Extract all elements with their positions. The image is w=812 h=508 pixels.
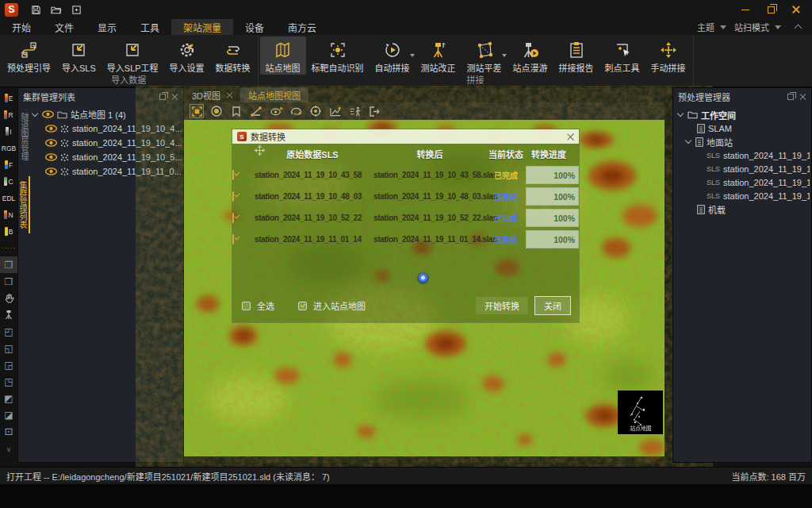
- view-front-button[interactable]: [0, 356, 17, 373]
- station-row[interactable]: station_2024_11_19_10_4...: [31, 121, 182, 136]
- station-view-tool[interactable]: [0, 306, 17, 323]
- station-map-thumbnail[interactable]: 站点地图: [618, 391, 663, 434]
- station-roam-button[interactable]: 站点漫游: [508, 37, 553, 75]
- select-all-checkbox[interactable]: [242, 302, 251, 310]
- restore-button[interactable]: [760, 2, 782, 17]
- map-compass-icon[interactable]: [418, 273, 428, 283]
- box-select-tool[interactable]: [0, 256, 17, 273]
- menu-tab-start[interactable]: 开始: [0, 19, 43, 35]
- sls-station-row[interactable]: SLS station_2024_11_19_10_43_...: [676, 148, 810, 162]
- view-bottom-button[interactable]: [0, 340, 17, 356]
- walkthrough-icon[interactable]: [348, 104, 362, 118]
- normal-color-button[interactable]: N: [0, 206, 17, 223]
- menu-tab-file[interactable]: 文件: [43, 19, 86, 35]
- intensity-color-button[interactable]: I: [0, 123, 17, 140]
- save-icon[interactable]: [31, 5, 41, 15]
- scan-mode-dropdown[interactable]: 站扫模式: [734, 21, 769, 33]
- zoom-fit-button[interactable]: [0, 423, 17, 440]
- station-adjust-button[interactable]: 测站平差: [462, 37, 508, 75]
- convert-row[interactable]: station_2024_11_19_10_52_22 station_2024…: [232, 207, 579, 229]
- stitch-report-button[interactable]: 拼接报告: [553, 37, 599, 75]
- tab-3d-view[interactable]: 3D视图: [184, 87, 240, 102]
- row-checkbox[interactable]: [232, 234, 234, 244]
- start-convert-button[interactable]: 开始转换: [476, 297, 528, 314]
- menu-tab-south-cloud[interactable]: 南方云: [276, 19, 328, 35]
- edl-button[interactable]: EDL: [0, 190, 17, 206]
- toolbar-more-button[interactable]: [0, 440, 17, 456]
- close-dialog-button[interactable]: 关闭: [534, 296, 571, 315]
- eye-icon[interactable]: [45, 167, 57, 175]
- pan-tool[interactable]: [0, 290, 17, 306]
- manual-stitch-button[interactable]: 手动拼接: [645, 37, 691, 75]
- convert-row[interactable]: station_2024_11_19_10_48_03 station_2024…: [232, 186, 579, 207]
- chevron-down-icon[interactable]: [410, 54, 415, 57]
- polyline-plus-icon[interactable]: [328, 104, 343, 118]
- tab-tunnel-layers[interactable]: 隧道图层管理: [18, 108, 30, 165]
- station-map-button[interactable]: 站点地图: [260, 37, 306, 75]
- view-top-button[interactable]: [0, 323, 17, 340]
- exit-view-icon[interactable]: [368, 104, 382, 118]
- view-left-button[interactable]: [0, 390, 17, 406]
- open-folder-icon[interactable]: [51, 5, 62, 15]
- caret-down-icon[interactable]: [677, 110, 684, 117]
- target-auto-detect-button[interactable]: 标靶自动识别: [306, 37, 370, 75]
- auto-stitch-button[interactable]: 自动拼接: [370, 37, 416, 75]
- enter-map-checkbox[interactable]: [298, 302, 307, 310]
- bookmark-icon[interactable]: [229, 104, 243, 118]
- close-tab-icon[interactable]: [226, 92, 232, 98]
- convert-row[interactable]: station_2024_11_19_10_43_58 station_2024…: [232, 164, 579, 186]
- view-right-button[interactable]: [0, 406, 17, 423]
- float-panel-icon[interactable]: [787, 94, 794, 100]
- sls-station-row[interactable]: SLS station_2024_11_19_11_01_...: [676, 189, 810, 202]
- import-settings-button[interactable]: 导入设置: [164, 37, 210, 75]
- collapse-ribbon-icon[interactable]: [795, 25, 802, 33]
- row-checkbox[interactable]: [232, 213, 234, 223]
- close-button[interactable]: [785, 2, 807, 17]
- row-checkbox[interactable]: [232, 170, 234, 180]
- new-file-icon[interactable]: [71, 5, 82, 15]
- eye-icon[interactable]: [45, 125, 57, 133]
- menu-tab-station-survey[interactable]: 架站测量: [171, 19, 233, 35]
- data-convert-button[interactable]: 数据转换: [210, 37, 256, 75]
- classification-color-button[interactable]: C: [0, 173, 17, 190]
- menu-tab-device[interactable]: 设备: [233, 19, 276, 35]
- slam-row[interactable]: SLAM: [676, 121, 810, 135]
- close-panel-icon[interactable]: [799, 93, 806, 100]
- sls-station-row[interactable]: SLS station_2024_11_19_10_52_...: [676, 175, 810, 189]
- sls-station-row[interactable]: SLS station_2024_11_19_10_48_...: [676, 162, 810, 175]
- blend-color-button[interactable]: B: [0, 223, 17, 240]
- eye-icon[interactable]: [42, 110, 54, 118]
- view-back-button[interactable]: [0, 373, 17, 390]
- station-row[interactable]: station_2024_11_19_10_5...: [31, 150, 182, 164]
- minimize-button[interactable]: [734, 2, 756, 17]
- box-clip-tool[interactable]: [0, 273, 17, 290]
- station-correct-button[interactable]: 测站改正: [416, 37, 462, 75]
- dialog-titlebar[interactable]: S 数据转换: [232, 129, 579, 144]
- chevron-down-icon[interactable]: [502, 54, 507, 57]
- workspace-row[interactable]: 工作空间: [676, 108, 810, 121]
- airborne-row[interactable]: 机载: [676, 202, 810, 216]
- caret-down-icon[interactable]: [685, 137, 691, 144]
- float-panel-icon[interactable]: [159, 94, 166, 100]
- preprocess-guide-button[interactable]: 预处理引导: [2, 37, 56, 75]
- dialog-close-icon[interactable]: [567, 133, 574, 140]
- eye-icon[interactable]: [45, 139, 57, 147]
- station-row[interactable]: station_2024_11_19_11_0...: [31, 164, 182, 179]
- station-map-canvas[interactable]: S 数据转换 原始数据SLS 转换后 当前状态 转换进度: [184, 120, 665, 456]
- pick-point-tool-button[interactable]: 刺点工具: [599, 37, 645, 75]
- import-sls-button[interactable]: 导入SLS: [56, 37, 102, 75]
- ground-station-row[interactable]: 地面站: [676, 135, 810, 148]
- tree-root-row[interactable]: 站点地图 1 (4): [31, 107, 182, 121]
- caret-down-icon[interactable]: [32, 110, 38, 116]
- menu-tab-display[interactable]: 显示: [86, 19, 128, 35]
- rect-select-icon[interactable]: [190, 104, 204, 118]
- theme-dropdown[interactable]: 主题: [697, 21, 714, 33]
- convert-row[interactable]: station_2024_11_19_11_01_14 station_2024…: [232, 229, 579, 250]
- close-panel-icon[interactable]: [171, 93, 178, 100]
- circle-select-icon[interactable]: [209, 104, 224, 118]
- fusion-color-button[interactable]: F: [0, 156, 17, 173]
- import-slp-project-button[interactable]: 导入SLP工程: [102, 37, 164, 75]
- target-circle-icon[interactable]: [308, 104, 323, 118]
- angle-measure-icon[interactable]: [249, 104, 263, 118]
- elevation-color-button[interactable]: E: [0, 90, 17, 106]
